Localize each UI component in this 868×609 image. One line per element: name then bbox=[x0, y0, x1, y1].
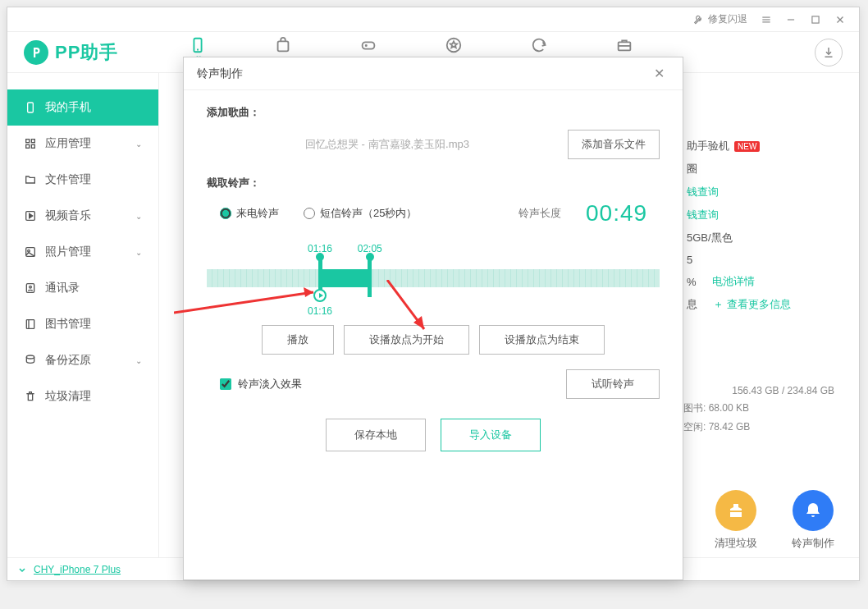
window-close-button[interactable] bbox=[828, 11, 852, 29]
folder-icon bbox=[24, 173, 37, 186]
phone-icon bbox=[24, 101, 37, 114]
save-local-button[interactable]: 保存本地 bbox=[326, 419, 426, 451]
range-end-handle[interactable] bbox=[363, 259, 377, 297]
ringtone-length-label: 铃声长度 bbox=[519, 206, 561, 221]
radio-call-ringtone[interactable]: 来电铃声 bbox=[220, 206, 279, 221]
more-info-link[interactable]: ＋ 查看更多信息 bbox=[713, 297, 791, 312]
close-icon bbox=[834, 14, 846, 25]
svg-rect-28 bbox=[26, 320, 34, 329]
info-title: 助手验机 bbox=[687, 139, 729, 153]
toolbox-icon bbox=[615, 36, 633, 54]
info-link[interactable]: 钱查询 bbox=[687, 185, 719, 199]
svg-rect-10 bbox=[363, 42, 375, 48]
sync-icon bbox=[530, 36, 548, 54]
sidebar-item-backup[interactable]: 备份还原 ⌄ bbox=[7, 342, 158, 378]
battery-detail-link[interactable]: 电池详情 bbox=[712, 274, 755, 289]
info-link[interactable]: 钱查询 bbox=[687, 208, 719, 222]
phone-icon bbox=[189, 36, 207, 54]
add-song-label: 添加歌曲： bbox=[207, 105, 660, 120]
svg-rect-19 bbox=[31, 140, 34, 143]
svg-rect-17 bbox=[28, 103, 34, 112]
storage-book: 图书: 68.00 KB bbox=[683, 401, 749, 415]
chevron-down-icon: ⌄ bbox=[135, 248, 142, 257]
sidebar-item-app-mgmt[interactable]: 应用管理 ⌄ bbox=[7, 126, 158, 162]
downloads-button[interactable] bbox=[815, 39, 843, 66]
menu-icon bbox=[761, 14, 772, 25]
window-minimize-button[interactable] bbox=[779, 11, 803, 29]
set-start-button[interactable]: 设播放点为开始 bbox=[344, 325, 469, 355]
info-text: 5 bbox=[687, 254, 692, 266]
sidebar-item-label: 通讯录 bbox=[45, 281, 80, 295]
info-text: 息 bbox=[687, 297, 697, 312]
device-info-panel: 助手验机NEW 圈 钱查询 钱查询 5GB/黑色 5 % 电池详情 息 ＋ 查看… bbox=[687, 130, 834, 320]
playhead-time: 01:16 bbox=[308, 305, 332, 317]
info-text: 5GB/黑色 bbox=[687, 231, 733, 245]
download-icon bbox=[821, 45, 836, 60]
fade-in-checkbox[interactable] bbox=[220, 378, 231, 390]
trash-icon bbox=[24, 390, 37, 403]
menu-button[interactable] bbox=[754, 11, 779, 29]
app-logo: PP助手 bbox=[24, 40, 118, 65]
repair-crash-label: 修复闪退 bbox=[708, 12, 747, 26]
bag-icon bbox=[274, 36, 292, 54]
sidebar-item-media[interactable]: 视频音乐 ⌄ bbox=[7, 198, 158, 234]
sidebar: 我的手机 应用管理 ⌄ 文件管理 视频音乐 ⌄ 照片管理 ⌄ bbox=[7, 73, 159, 557]
svg-line-31 bbox=[174, 292, 313, 313]
playhead[interactable] bbox=[313, 289, 327, 302]
svg-marker-23 bbox=[30, 213, 33, 218]
new-badge: NEW bbox=[734, 141, 760, 152]
play-button[interactable]: 播放 bbox=[262, 325, 334, 355]
grid-icon bbox=[24, 137, 37, 150]
waveform-track bbox=[207, 269, 660, 287]
sidebar-item-my-phone[interactable]: 我的手机 bbox=[7, 89, 158, 126]
radio-sms-ringtone[interactable]: 短信铃声（25秒内） bbox=[304, 206, 417, 221]
play-icon bbox=[24, 209, 37, 222]
sidebar-item-books[interactable]: 图书管理 bbox=[7, 306, 158, 342]
maximize-icon bbox=[810, 14, 821, 25]
waveform-editor[interactable]: 01:16 02:05 01:16 bbox=[207, 243, 660, 309]
device-name-link[interactable]: CHY_iPhone 7 Plus bbox=[34, 564, 121, 575]
star-icon bbox=[445, 36, 463, 54]
chevron-down-icon: ⌄ bbox=[135, 212, 142, 221]
storage-panel: 156.43 GB / 234.84 GB 图书: 68.00 KB 空闲: 7… bbox=[670, 385, 834, 439]
sidebar-item-label: 我的手机 bbox=[45, 100, 91, 115]
preview-ringtone-button[interactable]: 试听铃声 bbox=[566, 369, 660, 399]
dialog-close-button[interactable]: ✕ bbox=[649, 64, 669, 83]
window-maximize-button[interactable] bbox=[803, 11, 828, 29]
device-status-icon bbox=[17, 565, 27, 575]
info-text: % bbox=[687, 276, 697, 288]
svg-point-27 bbox=[30, 286, 32, 288]
info-text: 圈 bbox=[687, 162, 697, 176]
sidebar-item-photos[interactable]: 照片管理 ⌄ bbox=[7, 234, 158, 270]
sidebar-item-contacts[interactable]: 通讯录 bbox=[7, 270, 158, 306]
sidebar-item-cleanup[interactable]: 垃圾清理 bbox=[7, 378, 158, 414]
image-icon bbox=[24, 245, 37, 259]
radio-input[interactable] bbox=[220, 208, 231, 219]
repair-crash-button[interactable]: 修复闪退 bbox=[687, 9, 754, 30]
dialog-header: 铃声制作 ✕ bbox=[184, 57, 683, 90]
svg-point-30 bbox=[26, 355, 34, 359]
logo-text: PP助手 bbox=[55, 40, 118, 65]
song-filename: 回忆总想哭 - 南宫嘉骏,姜玉阳.mp3 bbox=[207, 137, 568, 152]
storage-free: 空闲: 78.42 GB bbox=[683, 420, 750, 434]
contacts-icon bbox=[24, 282, 37, 295]
svg-rect-21 bbox=[31, 144, 34, 148]
add-music-file-button[interactable]: 添加音乐文件 bbox=[568, 130, 660, 159]
sidebar-item-label: 备份还原 bbox=[45, 353, 91, 368]
logo-icon bbox=[24, 40, 48, 65]
sidebar-item-label: 视频音乐 bbox=[45, 208, 91, 223]
radio-input[interactable] bbox=[304, 208, 315, 219]
chevron-down-icon: ⌄ bbox=[135, 140, 142, 149]
cleanup-button[interactable]: 清理垃圾 bbox=[715, 490, 757, 551]
sidebar-item-file-mgmt[interactable]: 文件管理 bbox=[7, 162, 158, 198]
fade-in-checkbox-label[interactable]: 铃声淡入效果 bbox=[220, 377, 302, 392]
chevron-down-icon: ⌄ bbox=[135, 356, 142, 365]
svg-rect-18 bbox=[26, 140, 30, 143]
ringtone-maker-button[interactable]: 铃声制作 bbox=[792, 490, 834, 551]
dialog-title: 铃声制作 bbox=[197, 66, 243, 81]
sidebar-item-label: 文件管理 bbox=[45, 172, 91, 187]
gamepad-icon bbox=[359, 36, 377, 54]
set-end-button[interactable]: 设播放点为结束 bbox=[479, 325, 605, 355]
svg-rect-20 bbox=[26, 144, 30, 148]
import-device-button[interactable]: 导入设备 bbox=[441, 419, 541, 451]
